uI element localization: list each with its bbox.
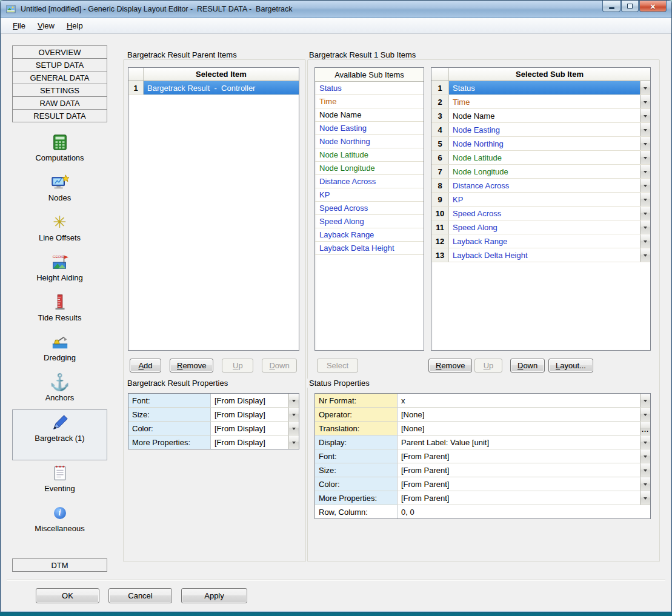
sub-item-cell[interactable]: Status xyxy=(449,81,640,94)
maximize-button[interactable] xyxy=(621,1,639,12)
dropdown-arrow-icon[interactable] xyxy=(640,477,650,491)
dropdown-arrow-icon[interactable] xyxy=(640,207,650,220)
dropdown-arrow-icon[interactable] xyxy=(288,394,299,407)
property-value[interactable]: [From Parent] xyxy=(398,477,640,491)
sidebar-item-setup-data[interactable]: SETUP DATA xyxy=(12,58,107,71)
available-sub-item[interactable]: Node Northing xyxy=(315,135,424,148)
sidebar-item-line-offsets[interactable]: ✳Line Offsets xyxy=(12,210,107,250)
sub-item-cell[interactable]: Speed Across xyxy=(449,207,640,220)
table-row[interactable]: 12Layback Range xyxy=(431,234,650,248)
parent-remove[interactable]: Remove xyxy=(170,359,213,373)
dropdown-arrow-icon[interactable] xyxy=(640,449,650,463)
available-sub-item[interactable]: Distance Across xyxy=(315,175,424,188)
title-bar[interactable]: Untitled [modified] - Generic Display La… xyxy=(1,1,671,18)
dropdown-arrow-icon[interactable] xyxy=(640,436,650,449)
sub-item-cell[interactable]: Layback Delta Height xyxy=(449,248,640,262)
dropdown-arrow-icon[interactable] xyxy=(288,436,299,449)
sidebar-item-height-aiding[interactable]: GEOIDHeight Aiding xyxy=(12,250,107,290)
sub-item-cell[interactable]: Layback Range xyxy=(449,234,640,248)
sidebar-item-nodes[interactable]: Nodes xyxy=(12,170,107,210)
sub-item-cell[interactable]: Distance Across xyxy=(449,179,640,192)
sidebar-item-eventing[interactable]: Eventing xyxy=(12,460,107,500)
sidebar-item-dtm[interactable]: DTM xyxy=(12,558,107,572)
table-row[interactable]: 2Time xyxy=(431,95,650,109)
table-row[interactable]: 6Node Latitude xyxy=(431,151,650,165)
available-sub-item[interactable]: Time xyxy=(315,95,424,108)
sub-item-cell[interactable]: Time xyxy=(449,95,640,108)
available-sub-item[interactable]: Layback Delta Height xyxy=(315,242,424,255)
sub-item-cell[interactable]: Node Northing xyxy=(449,137,640,150)
menu-item-view[interactable]: View xyxy=(32,19,61,32)
sub-item-cell[interactable]: Node Easting xyxy=(449,123,640,136)
dropdown-arrow-icon[interactable] xyxy=(288,422,299,435)
sidebar-item-miscellaneous[interactable]: iMiscellaneous xyxy=(12,500,107,540)
dropdown-arrow-icon[interactable] xyxy=(288,408,299,421)
minimize-button[interactable] xyxy=(602,1,620,12)
table-row[interactable]: 1Bargetrack Result - Controller xyxy=(128,81,299,95)
dropdown-arrow-icon[interactable] xyxy=(640,193,650,206)
property-value[interactable]: [From Parent] xyxy=(398,449,640,463)
dropdown-arrow-icon[interactable] xyxy=(640,123,650,136)
sidebar-item-general-data[interactable]: GENERAL DATA xyxy=(12,71,107,84)
sidebar-item-result-data[interactable]: RESULT DATA xyxy=(12,109,107,122)
sub-remove[interactable]: Remove xyxy=(428,359,472,373)
property-value[interactable]: [From Parent] xyxy=(398,463,640,477)
table-row[interactable]: 5Node Northing xyxy=(431,137,650,151)
close-button[interactable]: × xyxy=(639,1,667,12)
property-value[interactable]: [From Display] xyxy=(211,408,288,421)
available-sub-item[interactable]: Layback Range xyxy=(315,228,424,242)
table-row[interactable]: 7Node Longitude xyxy=(431,165,650,179)
available-sub-item[interactable]: Node Longitude xyxy=(315,162,424,175)
dropdown-arrow-icon[interactable] xyxy=(640,165,650,178)
parent-add[interactable]: Add xyxy=(130,359,161,373)
property-value[interactable]: [None] xyxy=(398,422,640,435)
property-value[interactable]: [From Display] xyxy=(211,394,288,407)
available-sub-item[interactable]: Node Easting xyxy=(315,122,424,135)
dropdown-arrow-icon[interactable] xyxy=(640,137,650,150)
available-sub-item[interactable]: Node Latitude xyxy=(315,148,424,162)
table-row[interactable]: 10Speed Across xyxy=(431,207,650,220)
dropdown-arrow-icon[interactable] xyxy=(640,95,650,108)
ok-button[interactable]: OK xyxy=(36,588,99,603)
property-value[interactable]: Parent Label: Value [unit] xyxy=(398,436,640,449)
dropdown-arrow-icon[interactable] xyxy=(640,491,650,505)
sidebar-item-tide-results[interactable]: Tide Results xyxy=(12,290,107,330)
menu-item-help[interactable]: Help xyxy=(61,19,89,32)
dropdown-arrow-icon[interactable] xyxy=(640,408,650,421)
table-row[interactable]: 8Distance Across xyxy=(431,179,650,193)
dropdown-arrow-icon[interactable] xyxy=(640,179,650,192)
available-sub-item[interactable]: Speed Across xyxy=(315,202,424,215)
dropdown-arrow-icon[interactable] xyxy=(640,463,650,477)
available-sub-item[interactable]: Status xyxy=(315,82,424,95)
sidebar-item-computations[interactable]: Computations xyxy=(12,130,107,170)
available-sub-item[interactable]: KP xyxy=(315,188,424,202)
sub-item-cell[interactable]: KP xyxy=(449,193,640,206)
dropdown-arrow-icon[interactable] xyxy=(640,81,650,94)
dropdown-arrow-icon[interactable] xyxy=(640,109,650,122)
table-row[interactable]: 4Node Easting xyxy=(431,123,650,137)
ellipsis-button[interactable]: ... xyxy=(640,422,650,435)
dropdown-arrow-icon[interactable] xyxy=(640,248,650,262)
table-row[interactable]: 9KP xyxy=(431,193,650,207)
sub-item-cell[interactable]: Node Name xyxy=(449,109,640,122)
table-row[interactable]: 1Status xyxy=(431,81,650,95)
dropdown-arrow-icon[interactable] xyxy=(640,220,650,234)
apply-button[interactable]: Apply xyxy=(181,588,247,603)
sidebar-item-anchors[interactable]: ⚓Anchors xyxy=(12,369,107,409)
table-row[interactable]: 3Node Name xyxy=(431,109,650,123)
table-row[interactable]: 11Speed Along xyxy=(431,220,650,234)
cancel-button[interactable]: Cancel xyxy=(108,588,172,603)
sidebar-item-raw-data[interactable]: RAW DATA xyxy=(12,96,107,110)
table-row[interactable]: 13Layback Delta Height xyxy=(431,248,650,262)
selected-item-cell[interactable]: Bargetrack Result - Controller xyxy=(144,81,299,94)
property-value[interactable]: [None] xyxy=(398,408,640,421)
dropdown-arrow-icon[interactable] xyxy=(640,151,650,164)
sidebar-item-overview[interactable]: OVERVIEW xyxy=(12,45,107,59)
sub-item-cell[interactable]: Node Latitude xyxy=(449,151,640,164)
sub-item-cell[interactable]: Node Longitude xyxy=(449,165,640,178)
sidebar-item-dredging[interactable]: Dredging xyxy=(12,330,107,369)
dropdown-arrow-icon[interactable] xyxy=(640,394,650,407)
menu-item-file[interactable]: File xyxy=(7,19,32,32)
property-value[interactable]: [From Display] xyxy=(211,422,288,435)
dropdown-arrow-icon[interactable] xyxy=(640,234,650,248)
